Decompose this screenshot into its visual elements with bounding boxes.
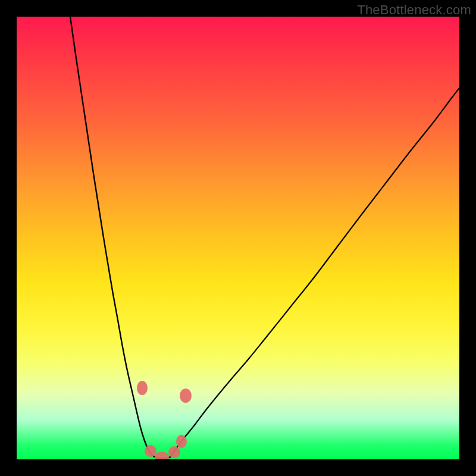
m-right-upper	[180, 389, 192, 403]
plot-area	[17, 17, 459, 459]
m-floor-4	[176, 435, 187, 448]
m-left-upper	[137, 381, 148, 395]
chart-svg	[17, 17, 459, 459]
watermark-text: TheBottleneck.com	[357, 2, 471, 18]
markers-group	[137, 381, 192, 459]
m-floor-3	[168, 446, 180, 458]
outer-frame: TheBottleneck.com	[0, 0, 476, 476]
m-floor-1	[145, 445, 156, 457]
right-curve	[171, 88, 459, 456]
m-floor-2	[155, 452, 169, 459]
